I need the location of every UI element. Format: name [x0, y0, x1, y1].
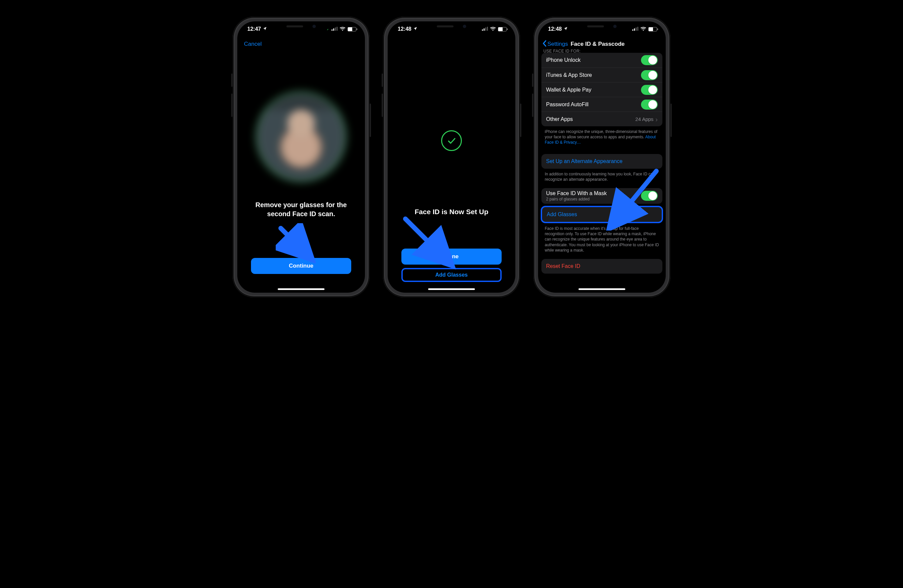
svg-rect-2 [335, 27, 336, 31]
row-wallet-applepay[interactable]: Wallet & Apple Pay [541, 82, 662, 97]
svg-rect-5 [482, 30, 483, 31]
screen-1: 12:47 Cancel Remo [237, 21, 365, 292]
nav-title: Face ID & Passcode [571, 41, 662, 47]
mask-subtitle: 2 pairs of glasses added [546, 197, 641, 201]
home-indicator[interactable] [428, 288, 475, 290]
iphone-mock-1: 12:47 Cancel Remo [233, 17, 370, 297]
row-reset-faceid[interactable]: Reset Face ID [541, 259, 662, 274]
wifi-icon [490, 26, 496, 32]
svg-rect-12 [636, 27, 637, 31]
toggle-autofill[interactable] [641, 99, 658, 110]
desc-faceid-privacy: iPhone can recognize the unique, three-d… [538, 126, 666, 145]
home-indicator[interactable] [278, 288, 324, 290]
wifi-icon [640, 26, 647, 32]
location-icon [263, 26, 267, 32]
battery-icon [348, 27, 356, 31]
screen-3: 12:48 Setti [538, 21, 666, 292]
row-itunes-appstore[interactable]: iTunes & App Store [541, 68, 662, 82]
battery-icon [498, 27, 507, 31]
notch [423, 21, 480, 31]
location-icon [413, 26, 417, 32]
battery-icon [648, 27, 657, 31]
location-icon [563, 26, 568, 32]
row-password-autofill[interactable]: Password AutoFill [541, 97, 662, 112]
svg-rect-3 [337, 27, 338, 31]
notch [574, 21, 630, 31]
annotation-arrow [276, 223, 316, 263]
svg-rect-0 [332, 30, 332, 31]
list-faceid-mask: Use Face ID With a Mask 2 pairs of glass… [541, 188, 662, 204]
list-alternate-appearance: Set Up an Alternate Appearance [541, 154, 662, 169]
list-use-faceid: iPhone Unlock iTunes & App Store Wallet … [541, 53, 662, 126]
svg-rect-6 [484, 28, 485, 31]
cellular-icon [482, 26, 488, 32]
toggle-wallet[interactable] [641, 85, 658, 95]
row-alternate-appearance[interactable]: Set Up an Alternate Appearance [541, 154, 662, 169]
desc-faceid-mask: Face ID is most accurate when it's set u… [538, 223, 666, 253]
svg-line-4 [281, 228, 307, 255]
section-header-use-faceid: USE FACE ID FOR: [538, 49, 666, 53]
status-time: 12:48 [398, 26, 411, 32]
other-apps-count: 24 Apps [635, 116, 653, 122]
chevron-left-icon [542, 40, 547, 49]
back-label: Settings [547, 41, 568, 47]
svg-rect-13 [637, 27, 638, 31]
add-glasses-button[interactable]: Add Glasses [401, 268, 502, 282]
toggle-itunes[interactable] [641, 70, 658, 80]
iphone-mock-2: 12:48 Face ID is Now Se [383, 17, 520, 297]
status-time: 12:47 [247, 26, 261, 32]
row-faceid-mask[interactable]: Use Face ID With a Mask 2 pairs of glass… [541, 188, 662, 204]
toggle-faceid-mask[interactable] [641, 191, 658, 201]
desc-alternate-appearance: In addition to continuously learning how… [538, 169, 666, 182]
screen-2: 12:48 Face ID is Now Se [388, 21, 515, 292]
setup-complete-title: Face ID is Now Set Up [388, 208, 515, 216]
back-button[interactable]: Settings [542, 40, 568, 49]
cancel-button[interactable]: Cancel [244, 41, 262, 47]
list-reset: Reset Face ID [541, 259, 662, 274]
row-add-glasses[interactable]: Add Glasses [542, 207, 662, 222]
cellular-icon [632, 26, 638, 32]
status-time: 12:48 [548, 26, 562, 32]
svg-rect-10 [632, 30, 633, 31]
wifi-icon [340, 26, 346, 32]
cellular-icon [332, 26, 338, 32]
row-iphone-unlock[interactable]: iPhone Unlock [541, 53, 662, 68]
row-other-apps[interactable]: Other Apps 24 Apps › [541, 112, 662, 126]
success-check-icon [441, 130, 462, 151]
continue-button[interactable]: Continue [251, 258, 351, 274]
toggle-iphone-unlock[interactable] [641, 55, 658, 65]
instruction-text: Remove your glasses for the second Face … [237, 200, 365, 219]
svg-rect-8 [487, 27, 488, 31]
row-add-glasses-highlight: Add Glasses [541, 206, 663, 223]
done-button[interactable]: Done [401, 248, 502, 265]
svg-rect-11 [634, 28, 635, 31]
notch [273, 21, 329, 31]
home-indicator[interactable] [579, 288, 625, 290]
iphone-mock-3: 12:48 Setti [533, 17, 670, 297]
svg-rect-7 [485, 27, 486, 31]
svg-rect-1 [333, 28, 334, 31]
face-scan-circle [256, 91, 346, 182]
